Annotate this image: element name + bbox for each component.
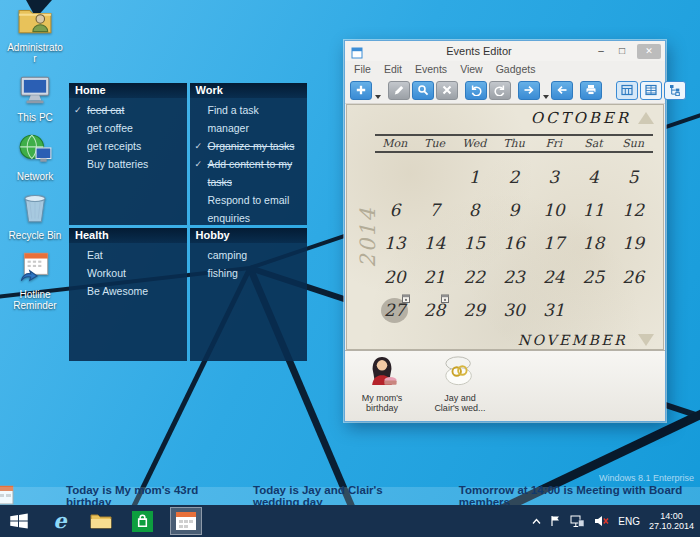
next-month-arrow-icon[interactable]	[638, 334, 654, 346]
date-cell-18[interactable]: 18	[574, 227, 614, 260]
todo-item[interactable]: Find a task manager	[198, 101, 304, 137]
date-cell-5[interactable]: 5	[613, 160, 653, 193]
todo-item[interactable]: Workout	[77, 264, 183, 282]
date-cell-15[interactable]: 15	[454, 227, 494, 260]
menu-events[interactable]: Events	[415, 63, 447, 75]
minimize-button[interactable]: –	[595, 44, 607, 58]
date-cell-16[interactable]: 16	[494, 227, 534, 260]
date-cell-2[interactable]: 2	[494, 160, 534, 193]
date-cell-3[interactable]: 3	[534, 160, 574, 193]
date-number: 9	[509, 200, 520, 220]
taskbar-internet-explorer-button[interactable]: e	[47, 507, 73, 535]
tree-view-button[interactable]	[664, 81, 686, 100]
date-cell-6[interactable]: 6	[375, 193, 415, 226]
date-cell-12[interactable]: 12	[613, 193, 653, 226]
date-cell-21[interactable]: 21	[415, 260, 455, 293]
desktop-icon-this-pc[interactable]: This PC	[2, 74, 68, 123]
date-cell-19[interactable]: 19	[613, 227, 653, 260]
toolbar-group	[518, 81, 573, 100]
event-item[interactable]: My mom's birthday	[351, 355, 413, 413]
taskbar-calendar-app-button[interactable]	[170, 507, 202, 535]
desktop-icon-administrator[interactable]: Administrator	[2, 4, 68, 64]
date-cell-23[interactable]: 23	[494, 260, 534, 293]
desktop-icon-label: Network	[17, 171, 54, 182]
search-events-button[interactable]	[412, 81, 434, 100]
clock[interactable]: 14:00 27.10.2014	[649, 511, 694, 531]
add-event-button[interactable]	[350, 81, 372, 100]
window-title: Events Editor	[363, 45, 595, 57]
language-indicator[interactable]: ENG	[618, 516, 640, 527]
event-item[interactable]: Jay and Clair's wed...	[429, 355, 491, 413]
taskbar-file-explorer-button[interactable]	[88, 507, 114, 535]
date-number: 20	[384, 267, 406, 287]
tray-expand-icon[interactable]	[532, 518, 541, 525]
clock-date: 27.10.2014	[649, 521, 694, 531]
print-button[interactable]	[580, 81, 602, 100]
date-cell-22[interactable]: 22	[454, 260, 494, 293]
menu-view[interactable]: View	[460, 63, 483, 75]
date-cell-8[interactable]: 8	[454, 193, 494, 226]
title-bar[interactable]: Events Editor – □ ✕	[345, 41, 665, 61]
date-cell-25[interactable]: 25	[574, 260, 614, 293]
todo-item[interactable]: get receipts	[77, 137, 183, 155]
date-cell-empty	[415, 160, 455, 193]
date-cell-29[interactable]: 29	[454, 294, 494, 327]
taskbar-start-button[interactable]	[6, 507, 32, 535]
redo-button[interactable]	[489, 81, 511, 100]
maximize-button[interactable]: □	[616, 44, 628, 58]
volume-muted-icon[interactable]	[594, 515, 609, 527]
date-cell-17[interactable]: 17	[534, 227, 574, 260]
date-cell-1[interactable]: 1	[454, 160, 494, 193]
date-cell-11[interactable]: 11	[574, 193, 614, 226]
todo-item[interactable]: ✓Organize my tasks	[198, 137, 304, 155]
date-cell-27[interactable]: 27	[375, 294, 415, 327]
date-cell-30[interactable]: 30	[494, 294, 534, 327]
network-tray-icon[interactable]	[570, 515, 585, 528]
menu-gadgets[interactable]: Gadgets	[496, 63, 536, 75]
previous-month-arrow-icon[interactable]	[638, 112, 654, 124]
date-cell-24[interactable]: 24	[534, 260, 574, 293]
date-cell-4[interactable]: 4	[574, 160, 614, 193]
date-cell-26[interactable]: 26	[613, 260, 653, 293]
date-number: 26	[622, 267, 644, 287]
undo-button[interactable]	[465, 81, 487, 100]
todo-item[interactable]: fishing	[198, 264, 304, 282]
todo-item[interactable]: get coffee	[77, 119, 183, 137]
store-icon	[132, 511, 153, 532]
event-marker-icon	[402, 294, 410, 303]
todo-item[interactable]: ✓feed cat	[77, 101, 183, 119]
date-cell-31[interactable]: 31	[534, 294, 574, 327]
todo-item[interactable]: Eat	[77, 246, 183, 264]
dropdown-caret-icon[interactable]	[375, 95, 381, 99]
date-number: 3	[548, 167, 559, 187]
date-cell-7[interactable]: 7	[415, 193, 455, 226]
date-cell-13[interactable]: 13	[375, 227, 415, 260]
date-cell-14[interactable]: 14	[415, 227, 455, 260]
close-button[interactable]: ✕	[637, 44, 661, 59]
calendar-panel[interactable]: OCTOBER 2014 MonTueWedThuFriSatSun 12345…	[346, 104, 664, 350]
export-events-button[interactable]	[518, 81, 540, 100]
todo-item[interactable]: Buy batteries	[77, 155, 183, 173]
date-cell-28[interactable]: 28	[415, 294, 455, 327]
delete-event-button[interactable]	[436, 81, 458, 100]
date-number: 8	[469, 200, 480, 220]
todo-item[interactable]: ✓Add content to my tasks	[198, 155, 304, 191]
calendar-view-button[interactable]	[616, 81, 638, 100]
menu-file[interactable]: File	[354, 63, 371, 75]
taskbar-store-button[interactable]	[129, 507, 155, 535]
date-cell-10[interactable]: 10	[534, 193, 574, 226]
desktop-icon-hotline-reminder[interactable]: Hotline Reminder	[2, 251, 68, 311]
menu-edit[interactable]: Edit	[384, 63, 402, 75]
dropdown-caret-icon[interactable]	[543, 95, 549, 99]
todo-item[interactable]: Respond to email enquiries	[198, 191, 304, 225]
todo-item[interactable]: camping	[198, 246, 304, 264]
edit-event-button[interactable]	[388, 81, 410, 100]
desktop-icon-network[interactable]: Network	[2, 133, 68, 182]
date-cell-20[interactable]: 20	[375, 260, 415, 293]
import-events-button[interactable]	[551, 81, 573, 100]
date-cell-9[interactable]: 9	[494, 193, 534, 226]
desktop-icon-recycle-bin[interactable]: Recycle Bin	[2, 192, 68, 241]
table-view-button[interactable]	[640, 81, 662, 100]
action-center-flag-icon[interactable]	[550, 515, 561, 527]
todo-item[interactable]: Be Awesome	[77, 282, 183, 300]
